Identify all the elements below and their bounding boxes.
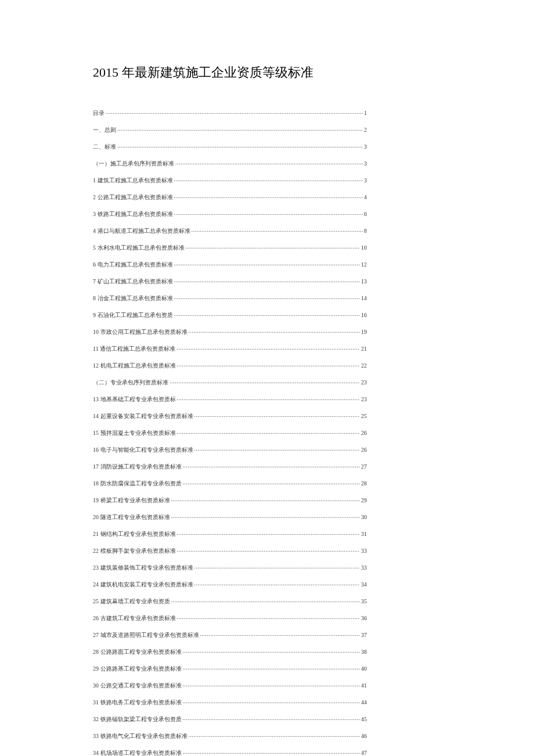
toc-entry: 20 隧道工程专业承包资质标准30 <box>93 513 367 520</box>
toc-entry: 12 机电工程施工总承包资质标准22 <box>93 362 367 369</box>
toc-dots <box>194 564 360 570</box>
toc-entry-label: 31 铁路电务工程专业承包资质标准 <box>93 700 182 705</box>
toc-entry-page: 10 <box>361 245 367 251</box>
toc-dots <box>177 614 360 620</box>
toc-entry-label: 一、总则 <box>93 127 116 133</box>
toc-dots <box>183 480 360 485</box>
toc-entry-label: 16 电子与智能化工程专业承包资质标准 <box>93 447 193 453</box>
table-of-contents: 目录1一、总则2二、标准3（一）施工总承包序列资质标准31 建筑工程施工总承包资… <box>93 109 367 756</box>
toc-dots <box>106 109 363 115</box>
toc-dots <box>117 143 363 149</box>
toc-entry: 14 起重设备安装工程专业承包资质标准25 <box>93 412 367 419</box>
toc-entry: 16 电子与智能化工程专业承包资质标准26 <box>93 446 367 453</box>
toc-entry-label: 14 起重设备安装工程专业承包资质标准 <box>93 413 193 419</box>
toc-dots <box>174 193 363 199</box>
toc-entry-label: 29 公路路基工程专业承包资质标准 <box>93 666 182 672</box>
toc-entry-label: 18 防水防腐保温工程专业承包资质 <box>93 481 182 487</box>
toc-entry-label: 15 预拌混凝土专业承包资质标准 <box>93 430 176 436</box>
toc-entry-page: 3 <box>364 161 367 167</box>
toc-entry-label: 11 通信工程施工总承包资质标准 <box>93 346 175 352</box>
toc-entry-page: 38 <box>361 649 367 655</box>
toc-entry: 18 防水防腐保温工程专业承包资质28 <box>93 480 367 487</box>
toc-entry-page: 21 <box>361 346 367 352</box>
toc-entry: 二、标准3 <box>93 143 367 150</box>
toc-dots <box>174 261 360 267</box>
toc-dots <box>183 749 360 755</box>
toc-dots <box>200 631 360 637</box>
toc-entry-page: 23 <box>361 380 367 386</box>
toc-dots <box>177 362 360 368</box>
toc-entry-label: 3 铁路工程施工总承包资质标准 <box>93 211 173 217</box>
toc-entry-page: 28 <box>361 481 367 487</box>
toc-dots <box>189 328 360 334</box>
toc-dots <box>183 715 360 721</box>
toc-dots <box>194 446 360 452</box>
toc-entry-label: 2 公路工程施工总承包资质标准 <box>93 195 173 200</box>
toc-entry-page: 6 <box>364 211 367 217</box>
toc-entry-page: 22 <box>361 363 367 369</box>
toc-entry-page: 41 <box>361 683 367 689</box>
toc-entry-label: 22 模板脚手架专业承包资质标准 <box>93 548 176 554</box>
toc-entry-page: 13 <box>361 279 367 285</box>
toc-entry-page: 44 <box>361 700 367 705</box>
toc-dots <box>194 412 360 418</box>
toc-dots <box>177 547 360 553</box>
toc-entry: 15 预拌混凝土专业承包资质标准26 <box>93 429 367 436</box>
toc-entry-page: 26 <box>361 447 367 453</box>
toc-entry-page: 29 <box>361 498 367 503</box>
toc-entry-page: 26 <box>361 430 367 436</box>
toc-dots <box>171 513 360 519</box>
toc-dots <box>174 278 360 283</box>
toc-entry: 8 冶金工程施工总承包资质标准14 <box>93 294 367 301</box>
toc-entry: 10 市政公用工程施工总承包资质标准19 <box>93 328 367 335</box>
toc-dots <box>174 311 360 317</box>
toc-entry-page: 47 <box>361 750 367 756</box>
toc-entry-page: 27 <box>361 464 367 470</box>
toc-entry: 32 铁路铺轨架梁工程专业承包资质45 <box>93 715 367 722</box>
toc-dots <box>183 682 360 687</box>
toc-entry-page: 45 <box>361 717 367 722</box>
toc-entry-label: 二、标准 <box>93 144 116 150</box>
toc-dots <box>177 395 360 401</box>
toc-entry: 22 模板脚手架专业承包资质标准33 <box>93 547 367 554</box>
toc-dots <box>177 530 360 536</box>
toc-entry: 2 公路工程施工总承包资质标准4 <box>93 193 367 200</box>
toc-entry: 21 钢结构工程专业承包资质标准31 <box>93 530 367 537</box>
toc-entry-label: 27 城市及道路照明工程专业承包资质标准 <box>93 632 199 638</box>
toc-entry: 1 建筑工程施工总承包资质标准3 <box>93 177 367 183</box>
toc-entry-label: 24 建筑机电安装工程专业承包资质标准 <box>93 582 193 588</box>
toc-dots <box>183 648 360 654</box>
toc-entry-label: 13 地基基础工程专业承包资质标 <box>93 397 176 402</box>
toc-dots <box>194 581 360 586</box>
toc-entry-page: 19 <box>361 329 367 335</box>
document-title: 2015 年最新建筑施工企业资质等级标准 <box>93 64 441 81</box>
toc-dots <box>183 665 360 671</box>
toc-entry-label: 28 公路路面工程专业承包资质标准 <box>93 649 182 655</box>
toc-entry: 一、总则2 <box>93 126 367 133</box>
toc-entry-page: 40 <box>361 666 367 672</box>
toc-dots <box>189 732 360 738</box>
toc-entry-page: 2 <box>364 127 367 133</box>
toc-entry: 31 铁路电务工程专业承包资质标准44 <box>93 699 367 705</box>
toc-entry-page: 46 <box>361 733 367 739</box>
toc-dots <box>174 177 363 182</box>
toc-entry: 30 公路交通工程专业承包资质标准41 <box>93 682 367 689</box>
toc-entry: 3 铁路工程施工总承包资质标准6 <box>93 210 367 217</box>
toc-entry-label: 21 钢结构工程专业承包资质标准 <box>93 531 176 537</box>
toc-entry-page: 4 <box>364 195 367 200</box>
toc-entry: 11 通信工程施工总承包资质标准21 <box>93 345 367 352</box>
toc-entry-page: 35 <box>361 599 367 604</box>
toc-entry-page: 3 <box>364 178 367 183</box>
toc-entry: 25 建筑幕墙工程专业承包资质35 <box>93 597 367 604</box>
toc-entry-page: 37 <box>361 632 367 638</box>
toc-dots <box>171 597 360 603</box>
toc-entry: 5 水利水电工程施工总承包资质标准10 <box>93 244 367 251</box>
toc-dots <box>175 160 363 165</box>
toc-entry: 4 港口与航道工程施工总承包资质标准8 <box>93 227 367 234</box>
toc-entry-label: 23 建筑装修装饰工程专业承包资质标准 <box>93 565 193 571</box>
toc-entry: 26 古建筑工程专业承包资质标准36 <box>93 614 367 621</box>
toc-dots <box>186 244 360 250</box>
toc-dots <box>183 699 360 704</box>
toc-entry-page: 3 <box>364 144 367 150</box>
toc-entry-label: 7 矿山工程施工总承包资质标准 <box>93 279 173 285</box>
